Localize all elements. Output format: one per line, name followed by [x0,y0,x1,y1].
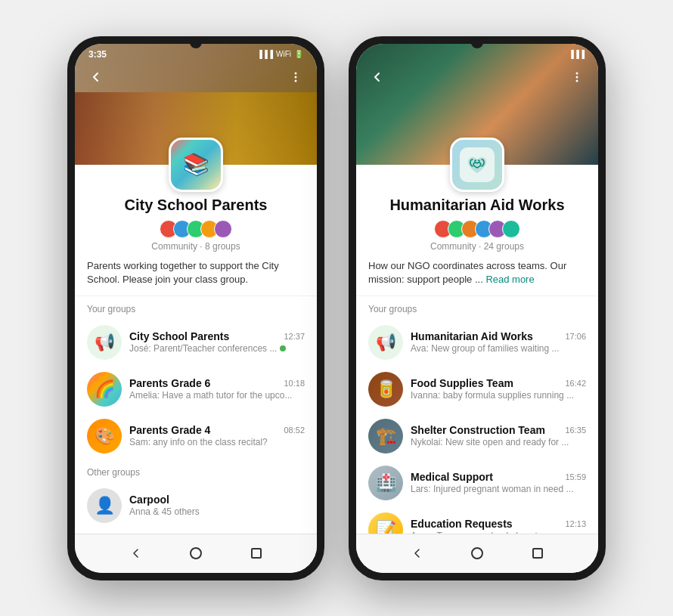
nav-back-button-2[interactable] [405,541,429,565]
group-item-grade4[interactable]: 🎨 Parents Grade 4 08:52 Sam: any info on… [75,413,317,460]
group-name: Education Requests [411,518,513,530]
education-icon: 📝 [376,520,396,534]
your-groups-label-aid: Your groups [356,296,598,319]
group-info-education: Education Requests 12:13 Anna: Temporary… [411,518,586,533]
content-area-school[interactable]: City School Parents Community · 8 groups… [75,165,317,534]
nav-recents-button[interactable] [244,541,268,565]
group-avatar-carpool: 👤 [87,488,122,523]
group-name: Parents Grade 4 [129,424,210,436]
member-avatars-aid [368,220,586,238]
unread-indicator [280,345,286,351]
group-item-grade6[interactable]: 🌈 Parents Grade 6 10:18 Amelia: Have a m… [75,366,317,413]
status-icons-2: ▐▐▐ [569,50,585,58]
group-avatar-city-school: 📢 [87,325,122,360]
svg-point-1 [295,76,297,78]
group-time: 16:35 [565,426,586,435]
group-preview: José: Parent/Teacher conferences ... [129,343,305,354]
wifi-icon: WiFi [276,50,291,58]
group-preview: Amelia: Have a math tutor for the upco..… [129,390,305,401]
grade6-icon: 🌈 [95,379,115,399]
group-time: 12:37 [284,332,305,341]
svg-point-5 [576,79,578,82]
group-info-city-school: City School Parents 12:37 José: Parent/T… [129,330,305,354]
nav-back-button[interactable] [123,541,147,565]
battery-icon: 🔋 [294,50,303,58]
community-label: Community · 8 groups [87,241,305,252]
group-avatar-grade4: 🎨 [87,419,122,453]
svg-point-4 [576,76,578,78]
member-avatars [87,220,305,238]
phone-2: ▐▐▐ [349,36,606,580]
group-avatar-grade6: 🌈 [87,372,122,407]
group-item-city-school[interactable]: 📢 City School Parents 12:37 José: Parent… [75,319,317,366]
back-button[interactable] [85,67,107,88]
signal-icon-2: ▐▐▐ [569,50,585,58]
nav-home-button-2[interactable] [465,541,489,565]
grade4-icon: 🎨 [95,426,115,446]
other-groups-label: Other groups [75,460,317,482]
navigation-bar-2 [356,534,598,573]
group-preview: Anna & 45 others [129,506,305,517]
community-description-aid: How our NGO coordinates across teams. Ou… [368,259,586,286]
content-area-aid[interactable]: Humanitarian Aid Works Community · 24 gr… [356,165,598,534]
status-icons: ▐▐▐ WiFi 🔋 [257,50,303,58]
megaphone-icon-aid: 📢 [376,333,396,352]
group-name: Food Supplies Team [411,377,513,389]
back-button-2[interactable] [367,67,388,88]
profile-avatar-aid [450,138,504,192]
group-preview: Ava: New group of families waiting ... [411,343,586,354]
group-name: Humanitarian Aid Works [411,330,533,342]
phone-notch-2 [471,36,483,48]
profile-header: City School Parents Community · 8 groups… [75,197,317,296]
svg-point-0 [295,72,297,74]
group-item-education[interactable]: 📝 Education Requests 12:13 Anna: Tempora… [356,506,598,534]
group-time: 08:52 [284,426,305,435]
group-name: Shelter Construction Team [411,424,545,436]
megaphone-icon: 📢 [95,333,115,352]
cover-image-school: 3:35 ▐▐▐ WiFi 🔋 [75,44,317,165]
group-avatar-haw: 📢 [368,325,403,360]
group-info-grade4: Parents Grade 4 08:52 Sam: any info on t… [129,424,305,447]
group-name: City School Parents [129,330,229,342]
group-name: Medical Support [411,471,493,483]
nav-home-button[interactable] [184,541,208,565]
member-avatar-5 [214,220,232,238]
nav-recents-button-2[interactable] [526,541,550,565]
group-avatar-food: 🥫 [368,372,403,407]
group-item-carpool[interactable]: 👤 Carpool Anna & 45 others [75,482,317,529]
group-item-medical[interactable]: 🏥 Medical Support 15:59 Lars: Injured pr… [356,460,598,506]
svg-point-2 [295,79,297,82]
your-groups-section-aid: Your groups 📢 Humanitarian Aid Works 17:… [356,296,598,534]
group-info-food: Food Supplies Team 16:42 Ivanna: baby fo… [411,377,586,401]
read-more-link[interactable]: Read more [485,274,534,285]
shelter-icon: 🏗️ [376,426,396,446]
menu-button[interactable] [285,67,306,88]
food-icon: 🥫 [376,379,396,399]
group-time: 15:59 [565,472,586,481]
community-title: City School Parents [87,197,305,214]
phone-1: 3:35 ▐▐▐ WiFi 🔋 [67,36,324,580]
group-item-food[interactable]: 🥫 Food Supplies Team 16:42 Ivanna: baby … [356,366,598,413]
group-info-haw: Humanitarian Aid Works 17:06 Ava: New gr… [411,330,586,354]
group-item-shelter[interactable]: 🏗️ Shelter Construction Team 16:35 Nykol… [356,413,598,460]
group-info-shelter: Shelter Construction Team 16:35 Nykolai:… [411,424,586,447]
group-avatar-shelter: 🏗️ [368,419,403,453]
group-time: 17:06 [565,332,586,341]
community-label-aid: Community · 24 groups [368,241,586,252]
group-item-haw[interactable]: 📢 Humanitarian Aid Works 17:06 Ava: New … [356,319,598,366]
group-info-carpool: Carpool Anna & 45 others [129,494,305,517]
group-time: 12:13 [565,519,586,528]
medical-icon: 🏥 [376,473,396,493]
svg-point-3 [576,72,578,74]
group-info-medical: Medical Support 15:59 Lars: Injured preg… [411,471,586,494]
group-preview: Sam: any info on the class recital? [129,437,305,447]
group-time: 16:42 [565,379,586,388]
navigation-bar [75,534,317,573]
menu-button-2[interactable] [566,67,588,88]
profile-header-aid: Humanitarian Aid Works Community · 24 gr… [356,197,598,296]
group-preview: Nykolai: New site open and ready for ... [411,437,586,447]
your-groups-label: Your groups [75,296,317,319]
group-info-grade6: Parents Grade 6 10:18 Amelia: Have a mat… [129,377,305,401]
cover-image-aid: ▐▐▐ [356,44,598,165]
group-avatar-education: 📝 [368,512,403,534]
